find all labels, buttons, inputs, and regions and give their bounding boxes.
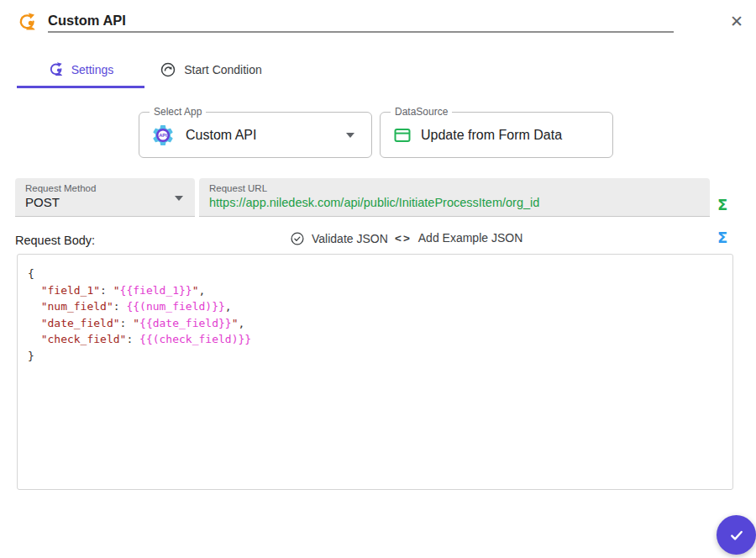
select-app-label: Select App [150, 106, 206, 118]
request-method-label: Request Method [25, 183, 185, 193]
select-app-dropdown[interactable]: Select App API Custom API [139, 112, 372, 158]
request-url-value: https://app.niledesk.com/api/public/Init… [209, 196, 700, 209]
settings-tab-icon [48, 61, 64, 77]
form-data-icon [392, 125, 412, 145]
datasource-label: DataSource [391, 106, 452, 118]
code-icon: <> [395, 232, 412, 245]
add-example-json-label: Add Example JSON [418, 231, 523, 245]
request-url-label: Request URL [209, 183, 700, 193]
check-icon [727, 525, 747, 545]
tab-start-condition-label: Start Condition [184, 63, 262, 76]
chevron-down-icon [346, 133, 354, 138]
tab-start-condition[interactable]: Start Condition [150, 52, 272, 87]
svg-text:API: API [159, 133, 167, 138]
active-tab-indicator [17, 86, 144, 88]
request-body-code[interactable]: { "field_1": "{{field_1}}", "num_field":… [17, 254, 733, 490]
tab-settings[interactable]: Settings [17, 52, 144, 87]
formula-sigma-icon-body[interactable]: Σ [717, 229, 727, 246]
request-method-select[interactable]: Request Method POST [15, 178, 195, 217]
title-input[interactable]: Custom API [48, 9, 674, 33]
title-text: Custom API [48, 13, 126, 29]
request-body-label: Request Body: [15, 234, 95, 247]
select-app-value: Custom API [186, 128, 256, 143]
confirm-button[interactable] [717, 515, 756, 555]
request-method-value: POST [25, 195, 185, 209]
close-icon[interactable]: ✕ [726, 11, 748, 33]
start-condition-icon [160, 61, 176, 78]
custom-api-dialog: Custom API ✕ Settings Start Condition Se… [0, 0, 756, 558]
chevron-down-icon [175, 196, 183, 201]
validate-json-button[interactable]: Validate JSON [290, 231, 388, 246]
tab-settings-label: Settings [71, 63, 114, 76]
api-gear-icon: API [150, 123, 176, 148]
datasource-field[interactable]: DataSource Update from Form Data [380, 112, 613, 158]
check-circle-icon [290, 231, 305, 246]
add-example-json-button[interactable]: <> Add Example JSON [395, 231, 522, 245]
request-url-input[interactable]: Request URL https://app.niledesk.com/api… [199, 178, 710, 217]
validate-json-label: Validate JSON [312, 232, 388, 245]
datasource-value: Update from Form Data [421, 128, 562, 143]
formula-sigma-icon-url[interactable]: Σ [717, 196, 727, 213]
workflow-user-sync-icon [17, 12, 37, 32]
